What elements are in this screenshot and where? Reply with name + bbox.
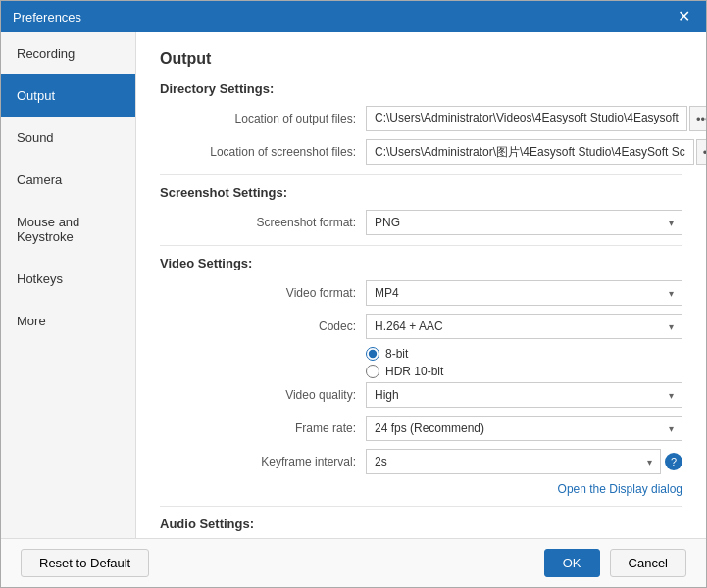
sidebar: Recording Output Sound Camera Mouse and … xyxy=(1,32,136,538)
keyframe-row: Keyframe interval: 2s ▾ ? xyxy=(160,449,682,474)
sidebar-item-more[interactable]: More xyxy=(1,300,135,342)
dialog-content: Recording Output Sound Camera Mouse and … xyxy=(1,32,706,538)
video-format-row: Video format: MP4 ▾ xyxy=(160,280,682,306)
screenshot-files-control: C:\Users\Administrator\图片\4Easysoft Stud… xyxy=(366,139,706,165)
divider-2 xyxy=(160,245,682,246)
frame-rate-row: Frame rate: 24 fps (Recommend) ▾ xyxy=(160,416,682,441)
screenshot-format-label: Screenshot format: xyxy=(160,216,366,229)
screenshot-files-label: Location of screenshot files: xyxy=(160,145,366,159)
open-display-container: Open the Display dialog xyxy=(160,482,682,496)
keyframe-help-btn[interactable]: ? xyxy=(665,453,682,470)
output-files-label: Location of output files: xyxy=(160,112,366,125)
divider-1 xyxy=(160,174,682,175)
video-quality-control: High ▾ xyxy=(366,382,682,408)
video-quality-dropdown[interactable]: High ▾ xyxy=(366,382,682,408)
sidebar-item-output[interactable]: Output xyxy=(1,74,135,117)
bit8-label: 8-bit xyxy=(385,347,408,361)
keyframe-arrow: ▾ xyxy=(647,457,652,467)
video-format-value: MP4 xyxy=(375,286,399,300)
screenshot-format-control: PNG ▾ xyxy=(366,210,682,235)
output-files-dots-btn[interactable]: ••• xyxy=(689,106,706,131)
frame-rate-label: Frame rate: xyxy=(160,421,366,435)
output-files-path: C:\Users\Administrator\Videos\4Easysoft … xyxy=(366,106,687,131)
video-quality-arrow: ▾ xyxy=(669,390,674,401)
close-button[interactable]: ✕ xyxy=(674,9,694,24)
sidebar-item-recording[interactable]: Recording xyxy=(1,32,135,74)
dots-icon: ••• xyxy=(696,112,706,126)
codec-control: H.264 + AAC ▾ xyxy=(366,314,682,339)
help-icon: ? xyxy=(671,456,677,467)
frame-rate-value: 24 fps (Recommend) xyxy=(375,421,484,435)
sidebar-item-sound[interactable]: Sound xyxy=(1,117,135,159)
frame-rate-dropdown[interactable]: 24 fps (Recommend) ▾ xyxy=(366,416,682,441)
screenshot-files-dots-btn[interactable]: ••• xyxy=(696,139,706,165)
preferences-dialog: Preferences ✕ Recording Output Sound Cam… xyxy=(0,0,707,588)
video-format-label: Video format: xyxy=(160,286,366,300)
video-quality-label: Video quality: xyxy=(160,388,366,402)
footer: Reset to Default OK Cancel xyxy=(1,538,706,587)
screenshot-format-arrow: ▾ xyxy=(669,218,674,228)
frame-rate-control: 24 fps (Recommend) ▾ xyxy=(366,416,682,441)
video-settings-title: Video Settings: xyxy=(160,256,682,270)
screenshot-format-value: PNG xyxy=(375,216,400,229)
screenshot-files-path: C:\Users\Administrator\图片\4Easysoft Stud… xyxy=(366,139,694,165)
video-format-control: MP4 ▾ xyxy=(366,280,682,306)
screenshot-files-row: Location of screenshot files: C:\Users\A… xyxy=(160,139,682,165)
divider-3 xyxy=(160,506,682,507)
ok-button[interactable]: OK xyxy=(544,549,600,577)
bit8-radio-row: 8-bit xyxy=(366,347,682,361)
dots-icon-2: ••• xyxy=(703,145,706,160)
sidebar-item-hotkeys[interactable]: Hotkeys xyxy=(1,258,135,300)
reset-button[interactable]: Reset to Default xyxy=(21,549,149,577)
codec-value: H.264 + AAC xyxy=(375,319,443,333)
screenshot-format-row: Screenshot format: PNG ▾ xyxy=(160,210,682,235)
keyframe-dropdown[interactable]: 2s ▾ xyxy=(366,449,661,474)
video-format-arrow: ▾ xyxy=(669,288,674,299)
video-format-dropdown[interactable]: MP4 ▾ xyxy=(366,280,682,306)
codec-arrow: ▾ xyxy=(669,321,674,332)
bit10-radio-row: HDR 10-bit xyxy=(366,365,682,378)
open-display-link[interactable]: Open the Display dialog xyxy=(160,482,682,496)
codec-dropdown[interactable]: H.264 + AAC ▾ xyxy=(366,314,682,339)
dialog-title: Preferences xyxy=(13,10,81,24)
codec-row: Codec: H.264 + AAC ▾ xyxy=(160,314,682,339)
page-title: Output xyxy=(160,50,682,68)
screenshot-format-dropdown[interactable]: PNG ▾ xyxy=(366,210,682,235)
keyframe-control: 2s ▾ ? xyxy=(366,449,682,474)
bit10-radio[interactable] xyxy=(366,365,379,378)
keyframe-inner: 2s ▾ ? xyxy=(366,449,682,474)
bit10-label: HDR 10-bit xyxy=(385,365,443,378)
sidebar-item-mouse-keystroke[interactable]: Mouse and Keystroke xyxy=(1,201,135,258)
output-files-control: C:\Users\Administrator\Videos\4Easysoft … xyxy=(366,106,706,131)
directory-settings-title: Directory Settings: xyxy=(160,81,682,96)
main-content: Output Directory Settings: Location of o… xyxy=(136,32,706,538)
bit8-radio[interactable] xyxy=(366,347,379,361)
output-files-row: Location of output files: C:\Users\Admin… xyxy=(160,106,682,131)
sidebar-item-camera[interactable]: Camera xyxy=(1,159,135,201)
keyframe-value: 2s xyxy=(375,455,387,468)
audio-settings-title: Audio Settings: xyxy=(160,516,682,531)
cancel-button[interactable]: Cancel xyxy=(610,549,686,577)
frame-rate-arrow: ▾ xyxy=(669,423,674,434)
codec-label: Codec: xyxy=(160,319,366,333)
video-quality-value: High xyxy=(375,388,399,402)
title-bar: Preferences ✕ xyxy=(1,1,706,32)
screenshot-settings-title: Screenshot Settings: xyxy=(160,185,682,200)
footer-right-buttons: OK Cancel xyxy=(544,549,686,577)
keyframe-label: Keyframe interval: xyxy=(160,455,366,468)
video-quality-row: Video quality: High ▾ xyxy=(160,382,682,408)
